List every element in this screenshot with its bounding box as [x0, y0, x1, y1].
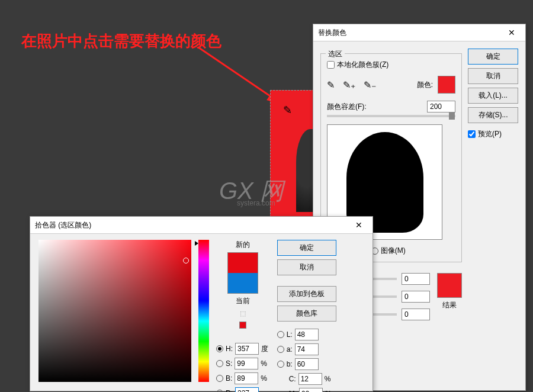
r-input[interactable] [235, 387, 259, 392]
replace-color-title: 替换颜色 [318, 28, 346, 38]
hue-strip[interactable] [198, 240, 209, 382]
b2-input[interactable] [295, 358, 319, 370]
eyedropper-icon[interactable]: ✎ [327, 79, 335, 91]
tolerance-label: 颜色容差(F): [327, 102, 367, 112]
current-color-swatch [228, 273, 258, 293]
s-radio[interactable] [216, 360, 223, 367]
saturation-value-field[interactable] [38, 240, 191, 382]
l-input[interactable] [295, 329, 319, 340]
ok-button[interactable]: 确定 [468, 49, 518, 65]
b-radio[interactable] [216, 375, 223, 382]
svg-line-0 [198, 47, 281, 104]
instruction-annotation: 在照片中点击需要替换的颜色 [21, 31, 221, 52]
tolerance-input[interactable] [427, 101, 455, 113]
hue-value-input[interactable] [402, 273, 430, 285]
a-radio[interactable] [277, 346, 284, 353]
new-current-swatch[interactable] [227, 252, 258, 294]
current-color-label: 当前 [236, 296, 250, 306]
r-radio[interactable] [216, 390, 223, 392]
mode-image-label: 图像(M) [381, 246, 406, 256]
picker-cancel-button[interactable]: 取消 [277, 259, 336, 275]
color-lib-button[interactable]: 颜色库 [277, 306, 336, 322]
b-unit: % [261, 374, 269, 383]
localized-checkbox[interactable] [327, 61, 335, 69]
color-picker-dialog: 拾色器 (选区颜色) ✕ 新的 当前 ⬚ H:度 S:% B:% R: [30, 216, 373, 391]
c-unit: % [325, 375, 333, 383]
c-input[interactable] [298, 373, 322, 385]
picker-close-icon[interactable]: ✕ [350, 219, 368, 231]
result-label: 结果 [437, 300, 462, 310]
picker-ok-button[interactable]: 确定 [277, 240, 336, 256]
websafe-swatch[interactable] [239, 322, 246, 329]
light-value-input[interactable] [402, 309, 430, 320]
gamut-warning-icon[interactable]: ⬚ [240, 310, 246, 317]
preview-checkbox[interactable] [468, 130, 476, 138]
r-label: R: [226, 389, 233, 392]
h-label: H: [226, 345, 233, 353]
color-label: 颜色: [417, 80, 433, 90]
b-label: B: [226, 374, 232, 383]
selection-group-label: 选区 [326, 49, 345, 59]
new-color-swatch [228, 253, 258, 273]
s-unit: % [261, 359, 269, 368]
replace-color-titlebar[interactable]: 替换颜色 ✕ [313, 24, 525, 41]
a-label: a: [287, 345, 293, 354]
s-input[interactable] [235, 358, 258, 369]
save-button[interactable]: 存储(S)... [468, 107, 518, 123]
eyedropper-plus-icon[interactable]: ✎₊ [343, 79, 355, 91]
l-radio[interactable] [277, 331, 284, 338]
load-button[interactable]: 载入(L)... [468, 88, 518, 104]
cancel-button[interactable]: 取消 [468, 68, 518, 84]
source-color-swatch[interactable] [438, 76, 455, 94]
s-label: S: [226, 359, 232, 368]
hue-indicator [195, 241, 198, 246]
result-color-swatch[interactable] [437, 273, 462, 298]
h-radio[interactable] [216, 345, 223, 352]
tolerance-slider[interactable]: .slider::after{left:var(--pos,50%)} [327, 115, 455, 117]
eyedropper-minus-icon[interactable]: ✎₋ [364, 79, 376, 91]
sat-value-input[interactable] [402, 291, 430, 303]
color-picker-titlebar[interactable]: 拾色器 (选区颜色) ✕ [30, 217, 373, 234]
new-color-label: 新的 [236, 240, 250, 250]
sv-indicator [183, 258, 189, 264]
b-input[interactable] [235, 372, 258, 384]
eyedropper-cursor-icon: ✎ [283, 104, 292, 117]
b2-label: b: [287, 360, 293, 368]
b2-radio[interactable] [277, 361, 284, 368]
add-swatch-button[interactable]: 添加到色板 [277, 286, 336, 302]
l-label: L: [287, 330, 293, 339]
a-input[interactable] [295, 343, 319, 355]
h-unit: 度 [261, 344, 269, 354]
m-input[interactable] [299, 388, 323, 392]
h-input[interactable] [235, 343, 259, 355]
watermark-subtext: systera.com [237, 199, 275, 207]
localized-label: 本地化颜色簇(Z) [337, 60, 388, 70]
color-picker-title: 拾色器 (选区颜色) [35, 220, 91, 230]
c-label: C: [289, 375, 296, 383]
preview-label: 预览(P) [478, 129, 502, 139]
m-unit: % [325, 390, 333, 392]
m-label: M: [289, 390, 297, 392]
close-icon[interactable]: ✕ [503, 27, 521, 38]
